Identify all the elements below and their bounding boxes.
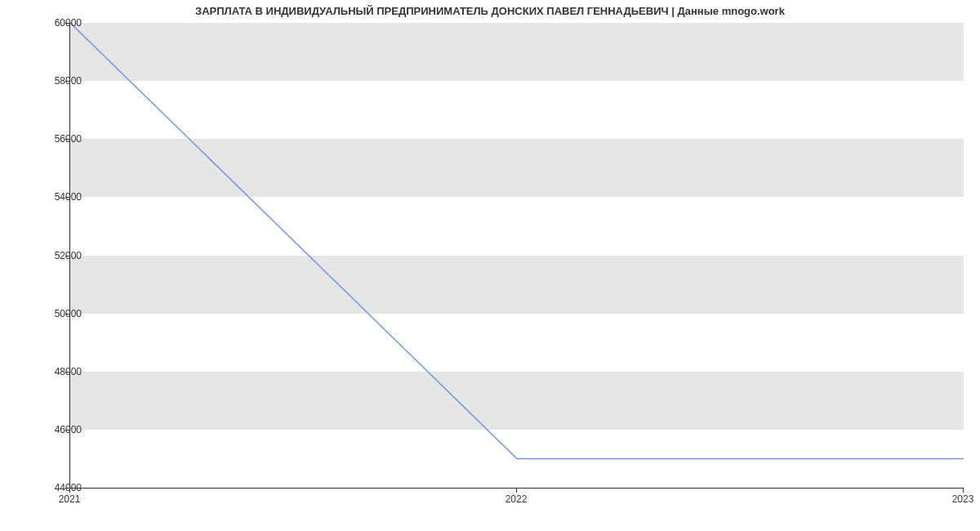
y-tick-mark <box>65 81 69 82</box>
x-tick-label: 2021 <box>59 493 81 505</box>
y-tick-label: 56000 <box>33 133 82 145</box>
x-tick-mark <box>516 489 517 493</box>
y-tick-mark <box>65 139 69 140</box>
x-tick-mark <box>963 489 964 493</box>
series-line <box>70 23 964 458</box>
chart-container: ЗАРПЛАТА В ИНДИВИДУАЛЬНЫЙ ПРЕДПРИНИМАТЕЛ… <box>0 0 980 531</box>
y-tick-mark <box>65 314 69 315</box>
y-tick-label: 48000 <box>33 366 82 377</box>
plot-area <box>69 23 964 489</box>
y-tick-mark <box>65 372 69 373</box>
y-tick-label: 60000 <box>33 17 82 29</box>
line-series <box>70 23 964 488</box>
y-tick-label: 52000 <box>33 250 82 261</box>
chart-title: ЗАРПЛАТА В ИНДИВИДУАЛЬНЫЙ ПРЕДПРИНИМАТЕЛ… <box>0 5 980 17</box>
x-tick-label: 2022 <box>506 493 528 505</box>
x-tick-mark <box>69 489 70 493</box>
y-tick-label: 54000 <box>33 191 82 203</box>
y-tick-mark <box>65 256 69 257</box>
y-tick-mark <box>65 23 69 24</box>
y-tick-mark <box>65 197 69 198</box>
x-tick-label: 2023 <box>952 493 974 505</box>
y-tick-label: 58000 <box>33 75 82 87</box>
y-tick-mark <box>65 430 69 431</box>
y-tick-label: 50000 <box>33 308 82 319</box>
y-tick-label: 46000 <box>33 424 82 435</box>
y-tick-label: 44000 <box>33 482 82 493</box>
